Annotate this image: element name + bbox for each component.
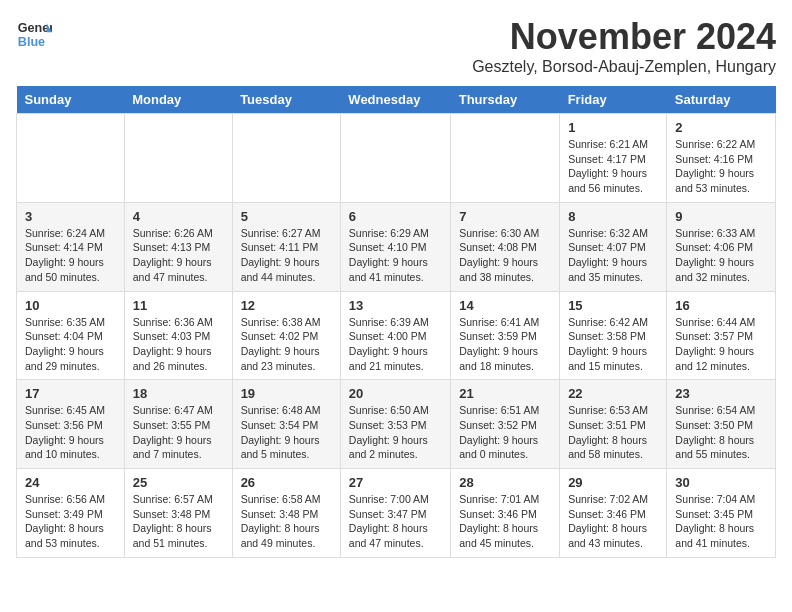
day-info: Sunrise: 7:04 AM Sunset: 3:45 PM Dayligh…	[675, 492, 767, 551]
calendar-cell: 2Sunrise: 6:22 AM Sunset: 4:16 PM Daylig…	[667, 114, 776, 203]
day-of-week-header: Tuesday	[232, 86, 340, 114]
day-info: Sunrise: 7:02 AM Sunset: 3:46 PM Dayligh…	[568, 492, 658, 551]
day-number: 18	[133, 386, 224, 401]
day-number: 6	[349, 209, 442, 224]
calendar-cell: 12Sunrise: 6:38 AM Sunset: 4:02 PM Dayli…	[232, 291, 340, 380]
day-of-week-header: Wednesday	[340, 86, 450, 114]
calendar-cell: 19Sunrise: 6:48 AM Sunset: 3:54 PM Dayli…	[232, 380, 340, 469]
logo: General Blue	[16, 16, 52, 52]
day-info: Sunrise: 6:30 AM Sunset: 4:08 PM Dayligh…	[459, 226, 551, 285]
calendar-cell: 27Sunrise: 7:00 AM Sunset: 3:47 PM Dayli…	[340, 469, 450, 558]
day-number: 14	[459, 298, 551, 313]
day-info: Sunrise: 6:24 AM Sunset: 4:14 PM Dayligh…	[25, 226, 116, 285]
month-title: November 2024	[472, 16, 776, 58]
day-of-week-header: Thursday	[451, 86, 560, 114]
day-number: 7	[459, 209, 551, 224]
day-number: 15	[568, 298, 658, 313]
calendar-cell: 18Sunrise: 6:47 AM Sunset: 3:55 PM Dayli…	[124, 380, 232, 469]
day-of-week-header: Monday	[124, 86, 232, 114]
calendar-cell: 8Sunrise: 6:32 AM Sunset: 4:07 PM Daylig…	[560, 202, 667, 291]
day-number: 12	[241, 298, 332, 313]
calendar-cell: 26Sunrise: 6:58 AM Sunset: 3:48 PM Dayli…	[232, 469, 340, 558]
calendar-cell: 29Sunrise: 7:02 AM Sunset: 3:46 PM Dayli…	[560, 469, 667, 558]
day-number: 9	[675, 209, 767, 224]
calendar-cell	[232, 114, 340, 203]
day-info: Sunrise: 6:57 AM Sunset: 3:48 PM Dayligh…	[133, 492, 224, 551]
day-number: 11	[133, 298, 224, 313]
day-number: 5	[241, 209, 332, 224]
calendar-cell: 10Sunrise: 6:35 AM Sunset: 4:04 PM Dayli…	[17, 291, 125, 380]
day-info: Sunrise: 6:36 AM Sunset: 4:03 PM Dayligh…	[133, 315, 224, 374]
calendar-cell: 4Sunrise: 6:26 AM Sunset: 4:13 PM Daylig…	[124, 202, 232, 291]
day-number: 8	[568, 209, 658, 224]
day-info: Sunrise: 6:22 AM Sunset: 4:16 PM Dayligh…	[675, 137, 767, 196]
day-number: 30	[675, 475, 767, 490]
day-info: Sunrise: 6:48 AM Sunset: 3:54 PM Dayligh…	[241, 403, 332, 462]
calendar-cell: 13Sunrise: 6:39 AM Sunset: 4:00 PM Dayli…	[340, 291, 450, 380]
calendar-week-row: 24Sunrise: 6:56 AM Sunset: 3:49 PM Dayli…	[17, 469, 776, 558]
day-info: Sunrise: 6:51 AM Sunset: 3:52 PM Dayligh…	[459, 403, 551, 462]
calendar-cell	[340, 114, 450, 203]
day-info: Sunrise: 6:53 AM Sunset: 3:51 PM Dayligh…	[568, 403, 658, 462]
day-number: 2	[675, 120, 767, 135]
page-header: General Blue November 2024 Gesztely, Bor…	[16, 16, 776, 76]
calendar-cell: 7Sunrise: 6:30 AM Sunset: 4:08 PM Daylig…	[451, 202, 560, 291]
day-info: Sunrise: 6:39 AM Sunset: 4:00 PM Dayligh…	[349, 315, 442, 374]
calendar-cell: 24Sunrise: 6:56 AM Sunset: 3:49 PM Dayli…	[17, 469, 125, 558]
calendar-cell	[17, 114, 125, 203]
calendar-cell: 3Sunrise: 6:24 AM Sunset: 4:14 PM Daylig…	[17, 202, 125, 291]
day-info: Sunrise: 7:01 AM Sunset: 3:46 PM Dayligh…	[459, 492, 551, 551]
day-number: 27	[349, 475, 442, 490]
day-info: Sunrise: 6:29 AM Sunset: 4:10 PM Dayligh…	[349, 226, 442, 285]
calendar-cell: 5Sunrise: 6:27 AM Sunset: 4:11 PM Daylig…	[232, 202, 340, 291]
svg-text:Blue: Blue	[18, 35, 45, 49]
day-number: 20	[349, 386, 442, 401]
day-number: 23	[675, 386, 767, 401]
calendar-table: SundayMondayTuesdayWednesdayThursdayFrid…	[16, 86, 776, 558]
day-info: Sunrise: 6:33 AM Sunset: 4:06 PM Dayligh…	[675, 226, 767, 285]
day-info: Sunrise: 6:56 AM Sunset: 3:49 PM Dayligh…	[25, 492, 116, 551]
day-info: Sunrise: 6:21 AM Sunset: 4:17 PM Dayligh…	[568, 137, 658, 196]
day-number: 4	[133, 209, 224, 224]
title-block: November 2024 Gesztely, Borsod-Abauj-Zem…	[472, 16, 776, 76]
calendar-cell: 14Sunrise: 6:41 AM Sunset: 3:59 PM Dayli…	[451, 291, 560, 380]
day-info: Sunrise: 6:50 AM Sunset: 3:53 PM Dayligh…	[349, 403, 442, 462]
calendar-cell: 23Sunrise: 6:54 AM Sunset: 3:50 PM Dayli…	[667, 380, 776, 469]
day-number: 29	[568, 475, 658, 490]
day-info: Sunrise: 6:38 AM Sunset: 4:02 PM Dayligh…	[241, 315, 332, 374]
calendar-cell: 16Sunrise: 6:44 AM Sunset: 3:57 PM Dayli…	[667, 291, 776, 380]
day-info: Sunrise: 6:26 AM Sunset: 4:13 PM Dayligh…	[133, 226, 224, 285]
calendar-cell: 25Sunrise: 6:57 AM Sunset: 3:48 PM Dayli…	[124, 469, 232, 558]
day-info: Sunrise: 6:32 AM Sunset: 4:07 PM Dayligh…	[568, 226, 658, 285]
calendar-week-row: 10Sunrise: 6:35 AM Sunset: 4:04 PM Dayli…	[17, 291, 776, 380]
calendar-cell	[451, 114, 560, 203]
day-info: Sunrise: 6:45 AM Sunset: 3:56 PM Dayligh…	[25, 403, 116, 462]
calendar-cell: 28Sunrise: 7:01 AM Sunset: 3:46 PM Dayli…	[451, 469, 560, 558]
day-number: 1	[568, 120, 658, 135]
day-number: 25	[133, 475, 224, 490]
day-of-week-header: Friday	[560, 86, 667, 114]
calendar-cell: 1Sunrise: 6:21 AM Sunset: 4:17 PM Daylig…	[560, 114, 667, 203]
day-info: Sunrise: 6:42 AM Sunset: 3:58 PM Dayligh…	[568, 315, 658, 374]
calendar-week-row: 17Sunrise: 6:45 AM Sunset: 3:56 PM Dayli…	[17, 380, 776, 469]
calendar-cell: 17Sunrise: 6:45 AM Sunset: 3:56 PM Dayli…	[17, 380, 125, 469]
day-info: Sunrise: 6:58 AM Sunset: 3:48 PM Dayligh…	[241, 492, 332, 551]
day-number: 24	[25, 475, 116, 490]
calendar-week-row: 3Sunrise: 6:24 AM Sunset: 4:14 PM Daylig…	[17, 202, 776, 291]
day-number: 16	[675, 298, 767, 313]
location-subtitle: Gesztely, Borsod-Abauj-Zemplen, Hungary	[472, 58, 776, 76]
day-info: Sunrise: 6:47 AM Sunset: 3:55 PM Dayligh…	[133, 403, 224, 462]
calendar-cell: 6Sunrise: 6:29 AM Sunset: 4:10 PM Daylig…	[340, 202, 450, 291]
day-info: Sunrise: 6:54 AM Sunset: 3:50 PM Dayligh…	[675, 403, 767, 462]
day-info: Sunrise: 6:35 AM Sunset: 4:04 PM Dayligh…	[25, 315, 116, 374]
calendar-cell: 30Sunrise: 7:04 AM Sunset: 3:45 PM Dayli…	[667, 469, 776, 558]
day-number: 3	[25, 209, 116, 224]
day-number: 17	[25, 386, 116, 401]
day-of-week-header: Sunday	[17, 86, 125, 114]
calendar-cell: 20Sunrise: 6:50 AM Sunset: 3:53 PM Dayli…	[340, 380, 450, 469]
day-number: 28	[459, 475, 551, 490]
day-info: Sunrise: 6:44 AM Sunset: 3:57 PM Dayligh…	[675, 315, 767, 374]
calendar-cell: 15Sunrise: 6:42 AM Sunset: 3:58 PM Dayli…	[560, 291, 667, 380]
day-number: 13	[349, 298, 442, 313]
day-info: Sunrise: 6:41 AM Sunset: 3:59 PM Dayligh…	[459, 315, 551, 374]
